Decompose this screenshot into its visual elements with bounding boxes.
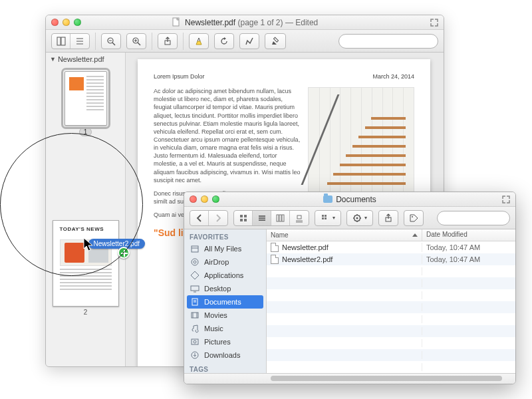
svg-rect-52 [191,286,199,291]
thumbnails-sidebar: ▼ Newsletter.pdf 1 TODAY'S NEWS [46,53,126,366]
finder-title: Documents [184,195,515,204]
sidebar-item-movies[interactable]: Movies [184,309,266,322]
thumb2-headline: TODAY'S NEWS [60,226,112,232]
document-icon [271,243,279,252]
pictures-icon [190,337,200,346]
svg-rect-20 [244,219,247,221]
svg-rect-32 [325,215,327,217]
highlight-button[interactable] [189,33,209,49]
fullscreen-button[interactable] [501,194,511,205]
edit-toolbar-button[interactable] [265,33,286,49]
svg-rect-19 [240,219,243,221]
file-date: Today, 10:47 AM [422,255,515,263]
drag-file-badge: Newsletter2.pdf [88,239,145,249]
file-list: Name Date Modified Newsletter.pdf Today,… [267,229,515,373]
page-thumbnail-1[interactable] [65,71,107,126]
icon-view-icon[interactable] [234,211,253,225]
column-date[interactable]: Date Modified [422,229,515,241]
sidebar-file-header[interactable]: ▼ Newsletter.pdf [46,53,125,66]
svg-point-45 [412,216,413,217]
doc-para-1: Ac dolor ac adipiscing amet bibendum nul… [154,87,301,184]
document-icon [271,255,279,264]
svg-line-43 [359,215,360,216]
zoom-out-button[interactable] [101,33,121,49]
file-row[interactable]: Newsletter2.pdf Today, 10:47 AM [267,253,515,265]
arrange-dropdown[interactable]: ▾ [315,210,341,226]
toolbar-separator [95,33,96,50]
close-button[interactable] [51,19,59,26]
column-view-icon[interactable] [271,211,290,225]
page-thumbnail-2[interactable]: TODAY'S NEWS [53,220,119,307]
svg-rect-33 [325,217,327,219]
markup-button[interactable] [239,33,259,49]
coverflow-view-icon[interactable] [290,211,309,225]
airdrop-icon [190,257,200,267]
sidebar-item-airdrop[interactable]: AirDrop [184,255,266,269]
zoom-in-button[interactable] [126,33,146,49]
disclosure-triangle-icon[interactable]: ▼ [50,56,56,63]
finder-status-bar [184,373,515,384]
svg-point-35 [356,217,358,219]
search-field[interactable] [437,211,510,225]
file-date: Today, 10:47 AM [422,243,515,251]
search-input[interactable] [343,37,435,45]
sidebar-file-label: Newsletter.pdf [58,55,104,63]
svg-rect-25 [279,215,281,221]
sidebar-item-all-my-files[interactable]: All My Files [184,242,266,255]
sidebar-item-applications[interactable]: Applications [184,269,266,282]
sidebar-item-downloads[interactable]: Downloads [184,348,266,362]
sidebar-thumbnails-icon[interactable] [52,34,70,49]
list-header[interactable]: Name Date Modified [267,229,515,241]
fullscreen-button[interactable] [429,17,440,28]
search-field[interactable] [338,34,438,49]
horizontal-scrollbar[interactable] [271,376,502,381]
sidebar-view-segmented[interactable] [51,33,90,49]
sidebar-item-desktop[interactable]: Desktop [184,282,266,295]
svg-line-41 [359,219,360,220]
svg-rect-18 [244,215,247,217]
svg-point-50 [192,259,198,265]
sidebar-item-documents[interactable]: Documents [187,295,263,309]
forward-button[interactable] [209,211,227,225]
file-name: Newsletter.pdf [282,243,329,251]
back-button[interactable] [190,211,209,225]
sidebar-item-music[interactable]: Music [184,322,266,335]
nav-back-forward[interactable] [190,210,228,226]
music-icon [190,324,200,333]
minimize-button[interactable] [63,19,70,26]
zoom-button[interactable] [74,19,81,26]
sidebar-contents-icon[interactable] [70,34,89,49]
cursor-icon [83,237,94,253]
file-name: Newsletter2.pdf [282,255,332,263]
desktop-icon [190,284,200,293]
svg-line-40 [354,215,355,216]
svg-line-10 [138,43,140,45]
svg-rect-1 [57,37,61,45]
preview-toolbar [46,30,444,53]
folder-icon [323,196,332,203]
rotate-button[interactable] [214,33,234,49]
copy-plus-icon [118,247,130,259]
svg-rect-26 [282,215,284,221]
tags-button[interactable] [404,210,424,226]
finder-toolbar: ▾ ▾ [184,207,515,229]
action-dropdown[interactable]: ▾ [346,210,373,226]
svg-rect-2 [61,37,65,45]
movies-icon [190,311,200,320]
search-input[interactable] [442,214,516,222]
file-row[interactable]: Newsletter.pdf Today, 10:47 AM [267,241,515,253]
svg-rect-48 [192,246,198,252]
finder-titlebar: Documents [184,192,515,207]
svg-rect-0 [173,18,179,26]
doc-photo [308,87,414,194]
sidebar-item-pictures[interactable]: Pictures [184,335,266,348]
view-mode-segmented[interactable] [233,210,309,226]
column-name[interactable]: Name [267,229,422,241]
svg-rect-24 [277,215,279,221]
share-button[interactable] [378,210,398,226]
downloads-icon [190,350,200,360]
list-view-icon[interactable] [253,211,271,225]
share-button[interactable] [158,33,178,49]
finder-sidebar: FAVORITES All My Files AirDrop Applicati… [184,229,267,373]
svg-rect-17 [240,215,243,217]
